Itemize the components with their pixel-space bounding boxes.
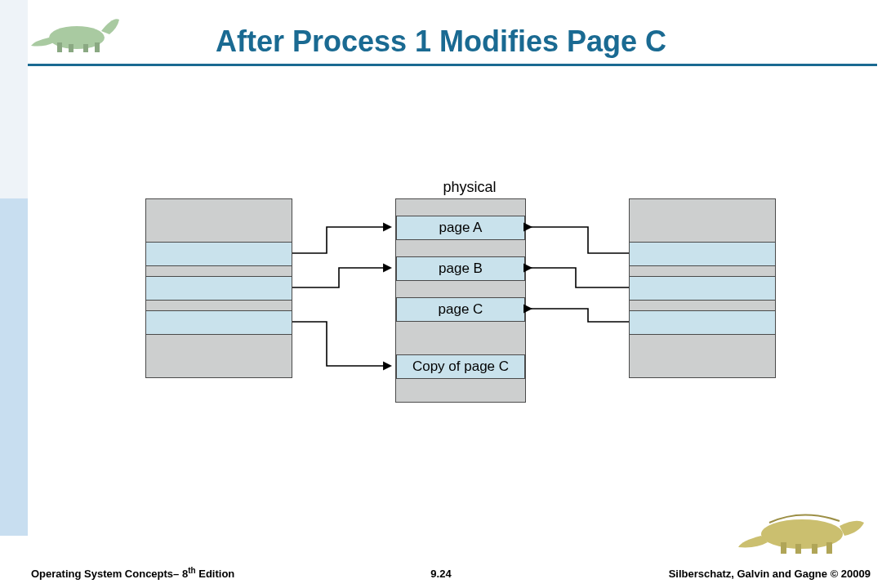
process2-block [629, 198, 776, 378]
memory-frame-copy-page-c: Copy of page C [396, 354, 525, 379]
memory-frame-page-b: page B [396, 256, 525, 281]
process1-slot-2 [146, 310, 292, 335]
footer-copyright: Silberschatz, Galvin and Gagne © 20009 [669, 568, 871, 580]
process1-slot-0 [146, 242, 292, 266]
cow-diagram: process1 physical memory process2 page A… [0, 0, 882, 588]
memory-label-line1: physical [443, 179, 496, 195]
process1-slot-1 [146, 276, 292, 301]
process2-slot-1 [630, 276, 775, 301]
memory-frame-page-c: page C [396, 297, 525, 322]
memory-frame-page-a: page A [396, 216, 525, 240]
process2-slot-2 [630, 310, 775, 335]
process2-slot-0 [630, 242, 775, 266]
physical-memory-block: page A page B page C Copy of page C [395, 198, 526, 403]
process1-block [145, 198, 292, 378]
